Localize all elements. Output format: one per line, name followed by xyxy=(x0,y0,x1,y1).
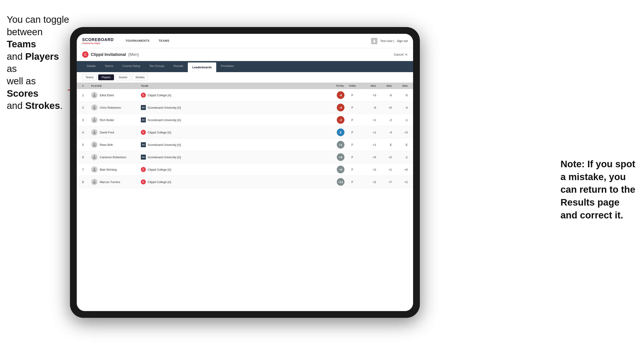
team-cell: SU Scoreboard University [A] xyxy=(141,105,213,110)
team-logo-scoreboard: SU xyxy=(141,105,146,110)
team-cell: SU Scoreboard University [A] xyxy=(141,142,213,147)
svg-point-1 xyxy=(374,40,375,41)
rank-cell: 8 xyxy=(82,180,91,184)
rank-cell: 7 xyxy=(82,168,91,171)
col-rank: # xyxy=(82,85,91,87)
thru-cell: F xyxy=(344,143,360,147)
tab-results[interactable]: Results xyxy=(169,61,188,72)
team-cell: C Clippd College [A] xyxy=(141,179,213,184)
rd2-cell: -6 xyxy=(376,94,392,97)
rd1-cell: +2 xyxy=(360,180,376,184)
player-cell: Elliot Ebert xyxy=(91,92,141,98)
thru-cell: F xyxy=(344,156,360,159)
total-cell: +11 xyxy=(326,178,344,186)
team-logo-clippd: C xyxy=(141,167,146,172)
tab-tee-groups[interactable]: Tee Groups xyxy=(145,61,169,72)
player-cell: Chris Robertson xyxy=(91,104,141,111)
rank-cell: 6 xyxy=(82,156,91,159)
sub-toggles: Teams Players Scores Strokes xyxy=(77,72,413,83)
score-badge: E xyxy=(337,129,344,136)
thru-cell: F xyxy=(344,180,360,184)
tab-printables[interactable]: Printables xyxy=(216,61,238,72)
toggle-strokes[interactable]: Strokes xyxy=(132,74,148,80)
rd3-cell: +3 xyxy=(392,131,408,134)
team-cell: C Clippd College [A] xyxy=(141,167,213,172)
thru-cell: F xyxy=(344,168,360,171)
total-cell: -4 xyxy=(326,104,344,111)
team-cell: C Clippd College [A] xyxy=(141,130,213,135)
rd3-cell: -4 xyxy=(392,106,408,109)
player-avatar xyxy=(91,166,98,173)
score-badge: +6 xyxy=(337,166,344,173)
svg-point-2 xyxy=(94,94,95,95)
team-logo-scoreboard: SU xyxy=(141,142,146,147)
col-team: TEAM xyxy=(141,85,213,87)
signout-link[interactable]: Sign out xyxy=(397,39,408,43)
rd1-cell: +5 xyxy=(360,156,376,159)
total-cell: E xyxy=(326,129,344,136)
player-name: David Ford xyxy=(100,131,114,134)
team-name: Clippd College [A] xyxy=(148,131,171,134)
logo-title: SCOREBOARD xyxy=(82,37,114,42)
tab-course-setup[interactable]: Course Setup xyxy=(118,61,145,72)
team-cell: SU Scoreboard University [A] xyxy=(141,117,213,122)
team-name: Clippd College [A] xyxy=(148,180,171,184)
team-logo-clippd: C xyxy=(141,130,146,135)
col-rd1: RD1 xyxy=(360,85,376,87)
logo-subtitle: Powered by clippd xyxy=(82,42,114,44)
player-cell: Rich Butler xyxy=(91,117,141,123)
user-label: Test User | xyxy=(380,39,394,43)
tournament-gender: (Men) xyxy=(128,52,139,57)
team-logo-scoreboard: SU xyxy=(141,117,146,122)
player-avatar xyxy=(91,179,98,185)
tab-details[interactable]: Details xyxy=(82,61,100,72)
total-cell: -8 xyxy=(326,91,344,99)
player-cell: David Ford xyxy=(91,129,141,136)
rd3-cell: -1 xyxy=(392,118,408,122)
team-name: Scoreboard University [A] xyxy=(148,143,181,147)
rd2-cell: +5 xyxy=(376,106,392,109)
rd2-cell: -2 xyxy=(376,118,392,122)
svg-point-8 xyxy=(94,168,95,170)
team-logo-clippd: C xyxy=(141,179,146,184)
rank-cell: 5 xyxy=(82,143,91,147)
player-avatar xyxy=(91,92,98,98)
rank-cell: 4 xyxy=(82,131,91,134)
total-cell: -2 xyxy=(326,116,344,124)
player-avatar xyxy=(91,142,98,148)
player-avatar xyxy=(91,129,98,136)
toggle-scores[interactable]: Scores xyxy=(115,74,130,80)
rank-cell: 1 xyxy=(82,94,91,97)
nav-tournaments[interactable]: TOURNAMENTS xyxy=(121,34,154,48)
score-badge: -4 xyxy=(337,104,344,111)
player-name: Elliot Ebert xyxy=(100,94,114,97)
rank-cell: 2 xyxy=(82,106,91,109)
tournament-name: Clippd Invitational xyxy=(91,52,126,57)
table-row: 5 Rees Britt SU Scoreboard University [A… xyxy=(77,139,413,151)
rd2-cell: E xyxy=(376,143,392,147)
rd2-cell: +2 xyxy=(376,156,392,159)
tablet-screen: SCOREBOARD Powered by clippd TOURNAMENTS… xyxy=(77,34,413,311)
player-name: Rees Britt xyxy=(100,143,113,147)
player-name: Blair McHarg xyxy=(100,168,117,171)
cancel-button[interactable]: Cancel ✕ xyxy=(394,53,408,56)
toggle-teams[interactable]: Teams xyxy=(82,74,97,80)
tab-teams[interactable]: Teams xyxy=(100,61,118,72)
table-header: # PLAYER TEAM TOTAL THRU RD1 RD2 RD3 xyxy=(77,83,413,89)
nav-links: TOURNAMENTS TEAMS xyxy=(121,34,371,48)
scoreboard-logo: SCOREBOARD Powered by clippd xyxy=(82,37,114,44)
nav-teams[interactable]: TEAMS xyxy=(154,34,174,48)
svg-point-3 xyxy=(94,106,95,108)
score-badge: -2 xyxy=(337,116,344,124)
team-name: Scoreboard University [A] xyxy=(148,118,181,122)
user-avatar xyxy=(371,38,378,44)
svg-point-7 xyxy=(94,156,95,157)
col-total: TOTAL xyxy=(326,85,344,87)
col-rd2: RD2 xyxy=(376,85,392,87)
table-row: 3 Rich Butler SU Scoreboard University [… xyxy=(77,114,413,126)
annotation-right: Note: If you spot a mistake, you can ret… xyxy=(560,158,637,222)
player-avatar xyxy=(91,104,98,111)
tab-leaderboards[interactable]: Leaderboards xyxy=(188,62,216,72)
team-name: Clippd College [A] xyxy=(148,168,171,171)
toggle-players[interactable]: Players xyxy=(98,74,114,80)
